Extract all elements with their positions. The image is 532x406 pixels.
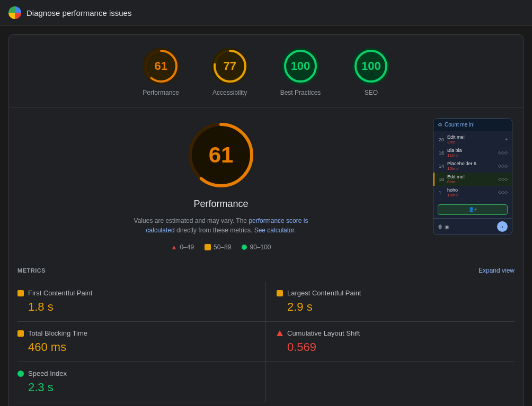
preview-row-3: 10 Edit me! 6/no ◇◇◇ <box>433 173 512 186</box>
row-sub-0: 3/no <box>447 140 505 145</box>
preview-row-1: 16 Bla bla 11/no ◇◇◇ <box>433 146 512 159</box>
score-circle-best-practices: 100 <box>282 48 319 85</box>
metrics-section: METRICS Expand view First Contentful Pai… <box>9 261 523 406</box>
desc-prefix: Values are estimated and may vary. The <box>134 217 247 224</box>
score-circle-seo: 100 <box>352 48 389 85</box>
add-member-button[interactable]: 👤+ <box>438 204 508 215</box>
score-value-best-practices: 100 <box>291 59 311 73</box>
metric-si: Speed Index 2.3 s <box>17 362 266 402</box>
next-button[interactable]: › <box>497 221 508 232</box>
page-title: Diagnose performance issues <box>26 8 131 17</box>
fcp-indicator <box>17 290 24 296</box>
row-num-3: 10 <box>439 177 447 182</box>
content-area: 61 Performance Values are estimated and … <box>9 107 523 261</box>
legend-average: 50–89 <box>205 243 231 251</box>
score-item-performance[interactable]: 61 Performance <box>143 48 180 96</box>
metrics-grid: First Contentful Paint 1.8 s Largest Con… <box>17 282 515 402</box>
row-num-0: 20 <box>439 137 447 142</box>
app-icon <box>8 6 21 19</box>
score-item-accessibility[interactable]: 77 Accessibility <box>211 48 249 96</box>
row-sub-1: 11/no <box>447 153 498 158</box>
orange-square-icon <box>205 244 211 250</box>
score-value-performance: 61 <box>154 59 167 73</box>
metric-fcp-header: First Contentful Paint <box>17 289 255 297</box>
lcp-name: Largest Contentful Paint <box>287 289 361 297</box>
big-score-circle: 61 <box>184 118 258 192</box>
score-circle-accessibility: 77 <box>211 48 249 85</box>
cls-indicator <box>277 330 283 336</box>
preview-rows: 20 Edit me! 3/no + 16 Bla bla 11/no ◇◇◇ <box>433 131 512 201</box>
tbt-name: Total Blocking Time <box>28 329 87 337</box>
main-panel: 61 Performance 77 Accessibility <box>8 34 524 406</box>
red-triangle-icon: ▲ <box>171 243 177 251</box>
row-num-2: 14 <box>439 164 447 169</box>
tbt-value: 460 ms <box>17 340 255 354</box>
metric-fcp: First Contentful Paint 1.8 s <box>17 282 266 322</box>
big-score-area: 61 Performance Values are estimated and … <box>20 118 422 251</box>
score-label-accessibility: Accessibility <box>212 89 247 96</box>
preview-title: Count me in! <box>445 122 475 128</box>
fcp-value: 1.8 s <box>17 300 255 314</box>
header-bar: Diagnose performance issues <box>0 0 532 26</box>
preview-header: ⚙ Count me in! <box>433 119 512 131</box>
green-dot-icon <box>242 245 247 250</box>
row-name-1: Bla bla <box>447 148 498 153</box>
big-score-title: Performance <box>193 199 248 210</box>
row-num-1: 16 <box>439 150 447 156</box>
cls-name: Cumulative Layout Shift <box>287 329 360 337</box>
legend-fail-range: 0–49 <box>180 243 194 251</box>
score-legend: ▲ 0–49 50–89 90–100 <box>171 243 271 251</box>
metric-si-header: Speed Index <box>17 369 255 377</box>
expand-view-button[interactable]: Expand view <box>478 267 515 274</box>
legend-fail: ▲ 0–49 <box>171 243 194 251</box>
row-num-4: 1 <box>439 190 447 195</box>
gear-icon: ⚙ <box>438 122 442 128</box>
score-label-best-practices: Best Practices <box>280 89 321 96</box>
score-value-seo: 100 <box>361 59 381 73</box>
preview-row-2: 14 Placeholder 6 10/no ◇◇◇ <box>433 159 512 173</box>
si-value: 2.3 s <box>17 381 255 394</box>
score-description: Values are estimated and may vary. The p… <box>120 216 322 235</box>
row-name-4: hoho <box>447 187 498 193</box>
metrics-header: METRICS Expand view <box>17 261 515 282</box>
preview-footer: 🗑 ◉ › <box>433 218 512 234</box>
lcp-indicator <box>277 290 283 296</box>
metric-tbt: Total Blocking Time 460 ms <box>17 322 266 362</box>
fcp-name: First Contentful Paint <box>28 289 92 297</box>
metrics-label: METRICS <box>17 267 46 274</box>
legend-average-range: 50–89 <box>214 243 231 251</box>
big-score-value: 61 <box>209 142 234 168</box>
row-sub-3: 6/no <box>447 179 498 184</box>
row-name-2: Placeholder 6 <box>447 161 498 166</box>
legend-pass: 90–100 <box>242 243 271 251</box>
row-name-3: Edit me! <box>447 174 498 179</box>
preview-row-0: 20 Edit me! 3/no + <box>433 133 512 146</box>
metric-cls-header: Cumulative Layout Shift <box>277 329 515 337</box>
calculator-link[interactable]: See calculator. <box>254 227 296 234</box>
icons-4: ◇◇◇ <box>498 190 508 195</box>
metric-lcp-header: Largest Contentful Paint <box>277 289 515 297</box>
icons-3: ◇◇◇ <box>498 177 508 182</box>
row-sub-4: 10/no <box>447 193 498 197</box>
desc-suffix: directly from these metrics. <box>176 227 254 234</box>
legend-pass-range: 90–100 <box>250 243 271 251</box>
preview-row-4: 1 hoho 10/no ◇◇◇ <box>433 186 512 199</box>
score-circle-performance: 61 <box>143 48 180 85</box>
score-label-seo: SEO <box>365 89 378 96</box>
add-icon-0: + <box>505 137 508 142</box>
tbt-indicator <box>17 330 24 337</box>
cls-value: 0.569 <box>277 340 515 354</box>
si-name: Speed Index <box>28 369 67 377</box>
score-label-performance: Performance <box>143 89 179 96</box>
row-sub-2: 10/no <box>447 166 498 171</box>
icons-1: ◇◇◇ <box>498 150 508 155</box>
metric-lcp: Largest Contentful Paint 2.9 s <box>266 282 515 322</box>
score-item-seo[interactable]: 100 SEO <box>352 48 389 96</box>
icons-2: ◇◇◇ <box>498 164 508 168</box>
metric-tbt-header: Total Blocking Time <box>17 329 255 337</box>
row-name-0: Edit me! <box>447 134 505 140</box>
preview-panel: ⚙ Count me in! 20 Edit me! 3/no + 16 Bla… <box>433 118 512 235</box>
lcp-value: 2.9 s <box>277 300 515 314</box>
metric-cls: Cumulative Layout Shift 0.569 <box>266 322 515 362</box>
score-item-best-practices[interactable]: 100 Best Practices <box>280 48 321 96</box>
